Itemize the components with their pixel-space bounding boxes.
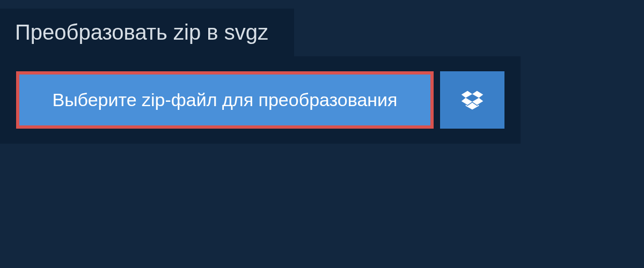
page-title: Преобразовать zip в svgz <box>15 20 268 44</box>
dropbox-icon <box>460 88 484 112</box>
page-title-tab: Преобразовать zip в svgz <box>0 9 294 56</box>
select-file-label: Выберите zip-файл для преобразования <box>53 90 398 110</box>
select-file-button[interactable]: Выберите zip-файл для преобразования <box>16 71 434 129</box>
upload-button-row: Выберите zip-файл для преобразования <box>16 71 504 129</box>
dropbox-button[interactable] <box>440 71 504 129</box>
upload-panel: Выберите zip-файл для преобразования <box>0 56 521 144</box>
